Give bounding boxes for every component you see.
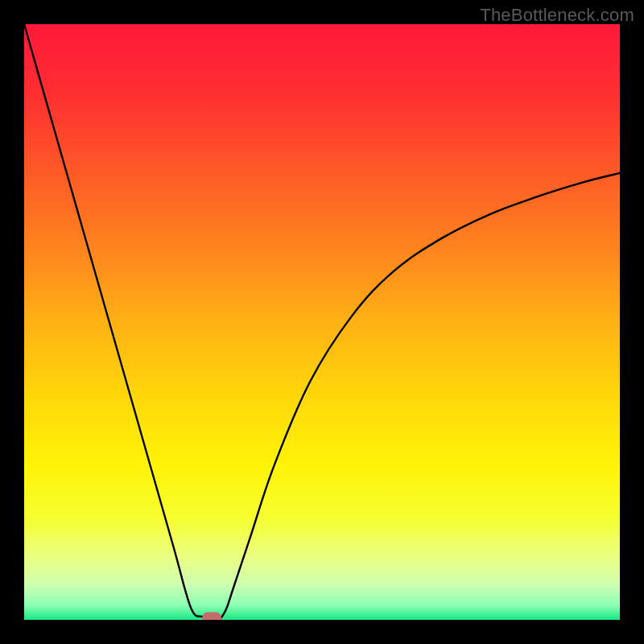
chart-frame [24,24,620,620]
chart-background [24,24,620,620]
watermark-text: TheBottleneck.com [480,5,634,26]
minimum-marker [202,613,221,621]
bottleneck-chart [24,24,620,620]
